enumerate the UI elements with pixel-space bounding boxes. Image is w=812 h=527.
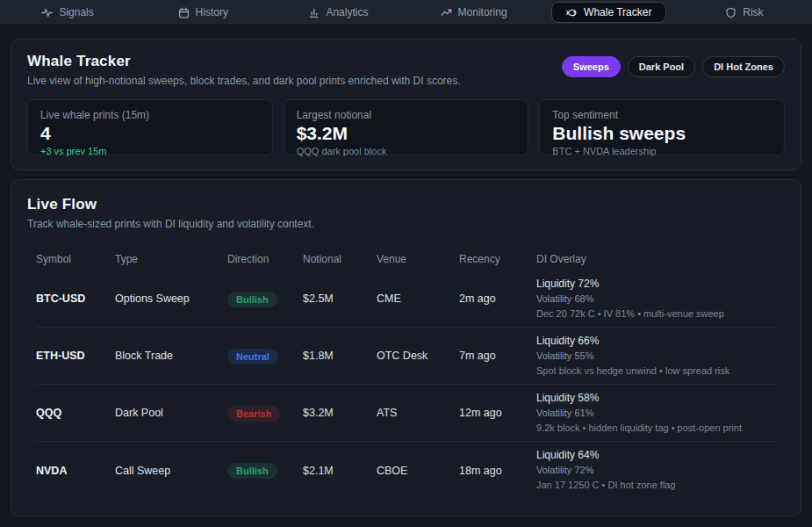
di-liquidity: Liquidity 64%	[536, 449, 776, 462]
page-title: Whale Tracker	[27, 53, 461, 70]
row-venue: CME	[377, 292, 459, 305]
activity-icon	[41, 7, 53, 18]
row-venue: ATS	[377, 407, 459, 419]
di-liquidity: Liquidity 66%	[536, 335, 776, 348]
flow-table-body: BTC-USD Options Sweep Bullish $2.5M CME …	[36, 271, 776, 499]
di-detail: 9.2k block • hidden liquidity tag • post…	[536, 422, 776, 435]
flow-table: Symbol Type Direction Notional Venue Rec…	[27, 248, 785, 499]
stat-largest-notional: Largest notional $3.2M QQQ dark pool blo…	[284, 99, 529, 155]
filter-di-hot-zones[interactable]: DI Hot Zones	[702, 56, 785, 77]
direction-badge: Bullish	[227, 463, 277, 479]
row-type: Dark Pool	[115, 407, 227, 419]
filter-dark-pool[interactable]: Dark Pool	[628, 56, 695, 77]
direction-badge: Bullish	[227, 292, 277, 307]
table-row[interactable]: NVDA Call Sweep Bullish $2.1M CBOE 18m a…	[36, 442, 776, 499]
tab-analytics[interactable]: Analytics	[270, 0, 406, 25]
row-recency: 12m ago	[459, 407, 536, 419]
col-recency: Recency	[459, 253, 536, 265]
row-notional: $2.1M	[303, 465, 377, 477]
row-recency: 2m ago	[459, 292, 536, 305]
row-type: Block Trade	[115, 350, 227, 362]
row-notional: $1.8M	[303, 350, 377, 362]
direction-badge: Neutral	[227, 349, 278, 365]
row-di-overlay: Liquidity 58% Volatility 61% 9.2k block …	[536, 392, 776, 435]
stat-live-whale-prints: Live whale prints (15m) 4 +3 vs prev 15m	[27, 99, 273, 155]
tab-whale-tracker[interactable]: Whale Tracker	[542, 0, 677, 25]
stat-top-sentiment: Top sentiment Bullish sweeps BTC + NVDA …	[539, 99, 785, 155]
row-venue: CBOE	[377, 465, 459, 477]
filter-pill-group: Sweeps Dark Pool DI Hot Zones	[562, 56, 785, 77]
di-liquidity: Liquidity 72%	[536, 278, 776, 291]
tab-label: Risk	[743, 6, 763, 18]
live-flow-title: Live Flow	[27, 196, 785, 213]
calendar-icon	[178, 7, 190, 18]
stat-sub: QQQ dark pool block	[297, 146, 516, 156]
tab-label: Whale Tracker	[584, 6, 651, 18]
row-type: Call Sweep	[115, 465, 227, 477]
filter-sweeps[interactable]: Sweeps	[562, 56, 621, 77]
row-recency: 18m ago	[459, 465, 536, 477]
shield-icon	[725, 7, 737, 18]
row-type: Options Sweep	[115, 292, 227, 305]
row-symbol: ETH-USD	[36, 350, 115, 362]
stat-delta: +3 vs prev 15m	[40, 146, 260, 156]
col-di-overlay: DI Overlay	[536, 253, 776, 265]
table-row[interactable]: ETH-USD Block Trade Neutral $1.8M OTC De…	[36, 328, 776, 385]
trending-up-icon	[441, 7, 452, 18]
di-liquidity: Liquidity 58%	[536, 392, 776, 405]
tab-label: History	[196, 6, 228, 18]
tab-monitoring[interactable]: Monitoring	[406, 0, 542, 25]
tab-label: Monitoring	[458, 6, 507, 18]
col-symbol: Symbol	[36, 253, 115, 265]
di-detail: Spot block vs hedge unwind • low spread …	[536, 365, 776, 378]
flow-table-header: Symbol Type Direction Notional Venue Rec…	[36, 248, 776, 271]
tab-label: Signals	[59, 6, 93, 18]
page-subtitle: Live view of high-notional sweeps, block…	[27, 75, 461, 87]
di-volatility: Volatility 55%	[536, 350, 776, 363]
col-type: Type	[115, 253, 227, 265]
stat-sub: BTC + NVDA leadership	[552, 146, 772, 156]
row-notional: $3.2M	[303, 407, 377, 419]
live-flow-subtitle: Track whale-sized prints with DI liquidi…	[27, 218, 785, 230]
di-detail: Dec 20 72k C • IV 81% • multi-venue swee…	[536, 308, 776, 321]
live-flow-panel: Live Flow Track whale-sized prints with …	[11, 179, 801, 516]
col-notional: Notional	[303, 253, 377, 265]
row-di-overlay: Liquidity 64% Volatility 72% Jan 17 1250…	[536, 449, 776, 492]
row-notional: $2.5M	[303, 292, 377, 305]
top-navigation: Signals History Analytics Monitoring Wha…	[0, 0, 812, 25]
tab-signals[interactable]: Signals	[0, 0, 135, 25]
di-volatility: Volatility 72%	[536, 465, 776, 477]
row-recency: 7m ago	[459, 350, 536, 362]
stat-label: Top sentiment	[552, 109, 772, 121]
tab-history[interactable]: History	[135, 0, 270, 25]
tab-risk[interactable]: Risk	[677, 0, 812, 25]
col-direction: Direction	[227, 253, 303, 265]
stat-value: Bullish sweeps	[552, 123, 772, 144]
col-venue: Venue	[377, 253, 459, 265]
row-di-overlay: Liquidity 72% Volatility 68% Dec 20 72k …	[536, 278, 776, 321]
row-symbol: NVDA	[36, 465, 115, 477]
stat-label: Live whale prints (15m)	[40, 109, 260, 121]
stat-value: $3.2M	[297, 123, 516, 144]
table-row[interactable]: BTC-USD Options Sweep Bullish $2.5M CME …	[36, 271, 776, 328]
bar-chart-icon	[308, 7, 320, 18]
stats-row: Live whale prints (15m) 4 +3 vs prev 15m…	[27, 99, 785, 155]
tab-label: Analytics	[326, 6, 368, 18]
whale-icon	[566, 7, 578, 18]
stat-value: 4	[40, 123, 260, 144]
row-venue: OTC Desk	[377, 350, 459, 362]
table-row[interactable]: QQQ Dark Pool Bearish $3.2M ATS 12m ago …	[36, 385, 776, 442]
stat-label: Largest notional	[297, 109, 516, 121]
row-symbol: QQQ	[36, 407, 115, 419]
direction-badge: Bearish	[227, 406, 280, 422]
whale-tracker-panel: Whale Tracker Live view of high-notional…	[11, 39, 801, 170]
di-volatility: Volatility 61%	[536, 408, 776, 420]
row-di-overlay: Liquidity 66% Volatility 55% Spot block …	[536, 335, 776, 378]
row-symbol: BTC-USD	[36, 292, 115, 305]
di-volatility: Volatility 68%	[536, 293, 776, 306]
di-detail: Jan 17 1250 C • DI hot zone flag	[536, 480, 776, 492]
